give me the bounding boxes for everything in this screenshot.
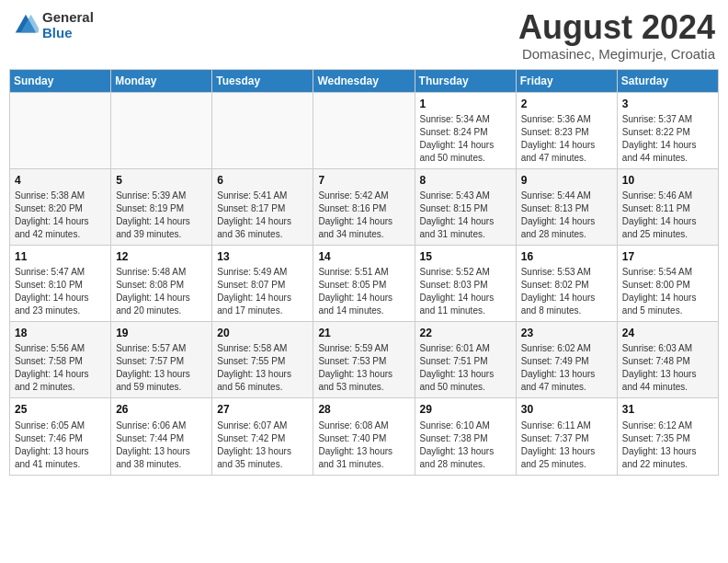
calendar-cell: 24Sunrise: 6:03 AM Sunset: 7:48 PM Dayli… (617, 322, 718, 398)
day-info: Sunrise: 5:57 AM Sunset: 7:57 PM Dayligh… (116, 342, 207, 394)
page-header: General Blue August 2024 Domasinec, Megi… (9, 9, 719, 62)
weekday-header-saturday: Saturday (617, 69, 718, 92)
calendar-cell: 22Sunrise: 6:01 AM Sunset: 7:51 PM Dayli… (415, 322, 516, 398)
calendar-table: SundayMondayTuesdayWednesdayThursdayFrid… (9, 69, 719, 476)
day-info: Sunrise: 5:37 AM Sunset: 8:22 PM Dayligh… (622, 113, 713, 165)
day-number: 23 (521, 326, 612, 340)
location-subtitle: Domasinec, Megimurje, Croatia (518, 46, 715, 62)
calendar-cell: 5Sunrise: 5:39 AM Sunset: 8:19 PM Daylig… (111, 168, 212, 245)
day-number: 6 (217, 173, 308, 188)
calendar-cell: 20Sunrise: 5:58 AM Sunset: 7:55 PM Dayli… (212, 322, 313, 398)
day-info: Sunrise: 5:53 AM Sunset: 8:02 PM Dayligh… (521, 266, 612, 317)
weekday-header-monday: Monday (111, 69, 212, 92)
calendar-week-2: 4Sunrise: 5:38 AM Sunset: 8:20 PM Daylig… (10, 168, 719, 245)
day-number: 5 (116, 173, 207, 188)
day-number: 30 (521, 402, 612, 417)
day-info: Sunrise: 5:49 AM Sunset: 8:07 PM Dayligh… (217, 266, 308, 317)
weekday-header-tuesday: Tuesday (212, 69, 313, 92)
day-number: 20 (217, 326, 308, 340)
day-info: Sunrise: 5:44 AM Sunset: 8:13 PM Dayligh… (521, 190, 612, 241)
calendar-cell: 17Sunrise: 5:54 AM Sunset: 8:00 PM Dayli… (617, 245, 718, 321)
calendar-week-4: 18Sunrise: 5:56 AM Sunset: 7:58 PM Dayli… (10, 322, 719, 398)
calendar-cell: 16Sunrise: 5:53 AM Sunset: 8:02 PM Dayli… (516, 245, 617, 321)
weekday-header-row: SundayMondayTuesdayWednesdayThursdayFrid… (10, 69, 719, 92)
calendar-week-1: 1Sunrise: 5:34 AM Sunset: 8:24 PM Daylig… (10, 92, 719, 168)
day-info: Sunrise: 6:10 AM Sunset: 7:38 PM Dayligh… (420, 419, 511, 471)
day-number: 13 (217, 249, 308, 264)
day-number: 1 (420, 97, 511, 111)
day-number: 28 (318, 402, 409, 417)
calendar-cell: 9Sunrise: 5:44 AM Sunset: 8:13 PM Daylig… (516, 168, 617, 245)
day-number: 11 (15, 249, 106, 264)
day-number: 15 (420, 249, 511, 264)
weekday-header-sunday: Sunday (10, 69, 111, 92)
day-info: Sunrise: 6:05 AM Sunset: 7:46 PM Dayligh… (15, 419, 106, 471)
day-number: 17 (622, 249, 713, 264)
day-number: 18 (15, 326, 106, 340)
day-info: Sunrise: 5:56 AM Sunset: 7:58 PM Dayligh… (15, 342, 106, 394)
calendar-cell: 3Sunrise: 5:37 AM Sunset: 8:22 PM Daylig… (617, 92, 718, 168)
day-number: 8 (420, 173, 511, 188)
day-number: 26 (116, 402, 207, 417)
day-number: 25 (15, 402, 106, 417)
day-info: Sunrise: 6:06 AM Sunset: 7:44 PM Dayligh… (116, 419, 207, 471)
day-number: 3 (622, 97, 713, 111)
day-info: Sunrise: 5:46 AM Sunset: 8:11 PM Dayligh… (622, 190, 713, 241)
day-info: Sunrise: 5:36 AM Sunset: 8:23 PM Dayligh… (521, 113, 612, 165)
day-number: 22 (420, 326, 511, 340)
day-number: 31 (622, 402, 713, 417)
day-info: Sunrise: 5:39 AM Sunset: 8:19 PM Dayligh… (116, 190, 207, 241)
day-info: Sunrise: 5:51 AM Sunset: 8:05 PM Dayligh… (318, 266, 409, 317)
day-number: 27 (217, 402, 308, 417)
day-number: 14 (318, 249, 409, 264)
logo-icon (13, 12, 39, 38)
day-info: Sunrise: 5:58 AM Sunset: 7:55 PM Dayligh… (217, 342, 308, 394)
weekday-header-thursday: Thursday (415, 69, 516, 92)
day-info: Sunrise: 5:47 AM Sunset: 8:10 PM Dayligh… (15, 266, 106, 317)
calendar-cell: 12Sunrise: 5:48 AM Sunset: 8:08 PM Dayli… (111, 245, 212, 321)
calendar-cell: 1Sunrise: 5:34 AM Sunset: 8:24 PM Daylig… (415, 92, 516, 168)
day-info: Sunrise: 5:38 AM Sunset: 8:20 PM Dayligh… (15, 190, 106, 241)
calendar-cell: 31Sunrise: 6:12 AM Sunset: 7:35 PM Dayli… (617, 398, 718, 475)
day-number: 9 (521, 173, 612, 188)
calendar-cell (111, 92, 212, 168)
day-info: Sunrise: 6:01 AM Sunset: 7:51 PM Dayligh… (420, 342, 511, 394)
day-number: 16 (521, 249, 612, 264)
day-info: Sunrise: 6:08 AM Sunset: 7:40 PM Dayligh… (318, 419, 409, 471)
calendar-cell: 19Sunrise: 5:57 AM Sunset: 7:57 PM Dayli… (111, 322, 212, 398)
logo-text: General Blue (42, 9, 94, 40)
calendar-cell: 4Sunrise: 5:38 AM Sunset: 8:20 PM Daylig… (10, 168, 111, 245)
day-number: 21 (318, 326, 409, 340)
calendar-cell: 6Sunrise: 5:41 AM Sunset: 8:17 PM Daylig… (212, 168, 313, 245)
day-number: 2 (521, 97, 612, 111)
day-info: Sunrise: 5:43 AM Sunset: 8:15 PM Dayligh… (420, 190, 511, 241)
calendar-cell (10, 92, 111, 168)
calendar-cell: 8Sunrise: 5:43 AM Sunset: 8:15 PM Daylig… (415, 168, 516, 245)
calendar-cell: 10Sunrise: 5:46 AM Sunset: 8:11 PM Dayli… (617, 168, 718, 245)
calendar-cell: 21Sunrise: 5:59 AM Sunset: 7:53 PM Dayli… (313, 322, 415, 398)
day-number: 4 (15, 173, 106, 188)
day-info: Sunrise: 5:42 AM Sunset: 8:16 PM Dayligh… (318, 190, 409, 241)
calendar-cell: 15Sunrise: 5:52 AM Sunset: 8:03 PM Dayli… (415, 245, 516, 321)
calendar-week-3: 11Sunrise: 5:47 AM Sunset: 8:10 PM Dayli… (10, 245, 719, 321)
day-info: Sunrise: 6:03 AM Sunset: 7:48 PM Dayligh… (622, 342, 713, 394)
calendar-cell: 28Sunrise: 6:08 AM Sunset: 7:40 PM Dayli… (313, 398, 415, 475)
day-number: 7 (318, 173, 409, 188)
day-info: Sunrise: 5:59 AM Sunset: 7:53 PM Dayligh… (318, 342, 409, 394)
calendar-cell: 2Sunrise: 5:36 AM Sunset: 8:23 PM Daylig… (516, 92, 617, 168)
month-title: August 2024 (518, 9, 715, 46)
day-info: Sunrise: 5:34 AM Sunset: 8:24 PM Dayligh… (420, 113, 511, 165)
day-number: 29 (420, 402, 511, 417)
calendar-cell: 18Sunrise: 5:56 AM Sunset: 7:58 PM Dayli… (10, 322, 111, 398)
day-info: Sunrise: 5:52 AM Sunset: 8:03 PM Dayligh… (420, 266, 511, 317)
day-number: 24 (622, 326, 713, 340)
day-info: Sunrise: 5:41 AM Sunset: 8:17 PM Dayligh… (217, 190, 308, 241)
calendar-cell: 29Sunrise: 6:10 AM Sunset: 7:38 PM Dayli… (415, 398, 516, 475)
weekday-header-friday: Friday (516, 69, 617, 92)
day-info: Sunrise: 6:07 AM Sunset: 7:42 PM Dayligh… (217, 419, 308, 471)
day-number: 10 (622, 173, 713, 188)
calendar-cell: 11Sunrise: 5:47 AM Sunset: 8:10 PM Dayli… (10, 245, 111, 321)
day-info: Sunrise: 6:02 AM Sunset: 7:49 PM Dayligh… (521, 342, 612, 394)
calendar-cell: 27Sunrise: 6:07 AM Sunset: 7:42 PM Dayli… (212, 398, 313, 475)
calendar-cell: 14Sunrise: 5:51 AM Sunset: 8:05 PM Dayli… (313, 245, 415, 321)
